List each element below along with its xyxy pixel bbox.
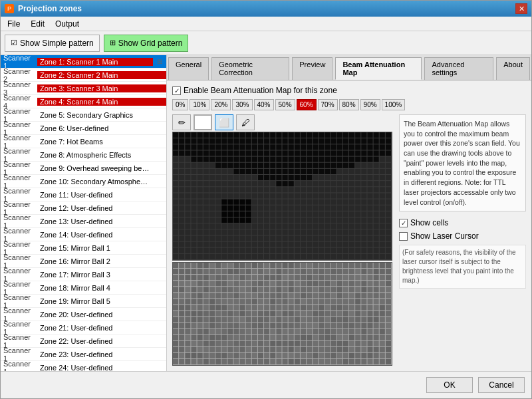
show-simple-button[interactable]: ☑ Show Simple pattern [5, 35, 100, 52]
tab-preview[interactable]: Preview [292, 57, 332, 80]
color-swatch[interactable] [194, 114, 212, 130]
info-text: The Beam Attenuation Map allows you to c… [399, 114, 526, 211]
zone-label: Zone 22: User-defined [37, 337, 166, 345]
right-panel: GeneralGeometric CorrectionPreviewBeam A… [167, 55, 531, 371]
enable-row: ✓ Enable Beam Attenuation Map for this z… [172, 86, 526, 95]
show-laser-checkbox[interactable] [399, 232, 408, 241]
menu-edit[interactable]: Edit [27, 18, 49, 30]
percent-button[interactable]: 70% [318, 99, 338, 110]
zone-label: Zone 16: Mirror Ball 2 [37, 257, 166, 265]
zone-label: Zone 12: User-defined [37, 204, 166, 212]
tab-content: ✓ Enable Beam Attenuation Map for this z… [167, 80, 531, 371]
zone-label: Zone 2: Scanner 2 Main [37, 71, 166, 79]
show-laser-row: Show Laser Cursor [399, 231, 526, 241]
ok-button[interactable]: OK [426, 377, 473, 393]
show-cells-row: ✓ Show cells [399, 218, 526, 227]
scanner-list: Scanner 1Zone 1: Scanner 1 Main⊞Scanner … [1, 55, 166, 371]
percent-button[interactable]: 50% [275, 99, 295, 110]
percent-button[interactable]: 80% [339, 99, 359, 110]
show-grid-button[interactable]: ⊞ Show Grid pattern [104, 35, 189, 52]
percent-button[interactable]: 20% [211, 99, 231, 110]
zone-label: Zone 11: User-defined [37, 191, 166, 199]
laser-info-text: (For safety reasons, the visibility of t… [399, 245, 526, 289]
zone-label: Zone 6: User-defined [37, 124, 166, 132]
zone-label: Zone 9: Overhead sweeping be… [37, 164, 166, 172]
zone-label: Zone 13: User-defined [37, 217, 166, 225]
cancel-button[interactable]: Cancel [478, 377, 525, 393]
menu-file[interactable]: File [3, 18, 24, 30]
tab-beam-attenuation-map[interactable]: Beam Attenuation Map [335, 57, 422, 80]
percent-button[interactable]: 30% [232, 99, 252, 110]
main-content: Scanner 1Zone 1: Scanner 1 Main⊞Scanner … [1, 55, 531, 371]
tabs-container: GeneralGeometric CorrectionPreviewBeam A… [167, 55, 531, 80]
canvas-top [173, 132, 392, 260]
zone-label: Zone 15: Mirror Ball 1 [37, 244, 166, 252]
zone-label: Zone 5: Secondary Graphics [37, 111, 166, 119]
zone-label: Zone 19: Mirror Ball 5 [37, 297, 166, 305]
zone-label: Zone 7: Hot Beams [37, 138, 166, 146]
right-sidebar: The Beam Attenuation Map allows you to c… [396, 114, 526, 366]
tab-geometric-correction[interactable]: Geometric Correction [211, 57, 289, 80]
toolbar: ☑ Show Simple pattern ⊞ Show Grid patter… [1, 31, 531, 55]
zone-grid-icon: ⊞ [153, 58, 166, 65]
canvas-bottom [173, 263, 392, 365]
percent-button[interactable]: 60% [297, 99, 317, 110]
grid-icon: ⊞ [110, 39, 116, 47]
zone-label: Zone 14: User-defined [37, 231, 166, 239]
left-panel: Scanner 1Zone 1: Scanner 1 Main⊞Scanner … [1, 55, 167, 371]
enable-checkbox[interactable]: ✓ [172, 86, 181, 95]
percent-button[interactable]: 10% [190, 99, 209, 110]
bottom-bar: OK Cancel [1, 371, 531, 398]
close-button[interactable]: ✕ [515, 3, 527, 14]
zone-label: Zone 17: Mirror Ball 3 [37, 271, 166, 279]
beam-map-top[interactable] [172, 132, 392, 261]
zone-label: Zone 10: Secondary Atmosphe… [37, 178, 166, 186]
zone-label: Zone 1: Scanner 1 Main [37, 58, 153, 66]
tab-about[interactable]: About [496, 57, 530, 80]
fill-tool[interactable]: ⬜ [215, 114, 233, 130]
show-cells-checkbox[interactable]: ✓ [399, 219, 408, 227]
window-title: Projection zones [18, 4, 82, 13]
zone-label: Zone 23: User-defined [37, 350, 166, 358]
map-canvas-container: ✏ ⬜ 🖊 [172, 114, 392, 366]
map-area: ✏ ⬜ 🖊 [172, 114, 526, 366]
scanner-row[interactable]: Scanner 1Zone 24: User-defined [1, 361, 166, 371]
percent-bar: 0%10%20%30%40%50%60%70%80%90%100% [172, 99, 526, 110]
zone-label: Zone 21: User-defined [37, 324, 166, 332]
tab-general[interactable]: General [168, 57, 209, 80]
percent-button[interactable]: 40% [254, 99, 274, 110]
menu-output[interactable]: Output [51, 18, 83, 30]
enable-checkbox-label[interactable]: ✓ Enable Beam Attenuation Map for this z… [172, 86, 337, 95]
scanner-number: Scanner 1 [1, 360, 37, 372]
pencil-tool[interactable]: ✏ [172, 114, 191, 130]
tab-advanced-settings[interactable]: Advanced settings [424, 57, 493, 80]
zone-label: Zone 20: User-defined [37, 311, 166, 319]
tools-row: ✏ ⬜ 🖊 [172, 114, 392, 130]
main-window: P Projection zones ✕ File Edit Output ☑ … [0, 0, 532, 399]
percent-button[interactable]: 100% [382, 99, 406, 110]
zone-label: Zone 24: User-defined [37, 364, 166, 372]
zone-label: Zone 3: Scanner 3 Main [37, 84, 166, 92]
zone-label: Zone 4: Scanner 4 Main [37, 98, 166, 106]
zone-label: Zone 18: Mirror Ball 4 [37, 284, 166, 292]
title-bar-left: P Projection zones [5, 4, 82, 13]
percent-button[interactable]: 0% [172, 99, 188, 110]
percent-button[interactable]: 90% [360, 99, 380, 110]
zone-label: Zone 8: Atmospheric Effects [37, 151, 166, 159]
eyedropper-tool[interactable]: 🖊 [236, 114, 255, 130]
beam-map-bottom[interactable] [172, 262, 392, 366]
simple-icon: ☑ [11, 39, 17, 47]
title-bar: P Projection zones ✕ [1, 1, 531, 17]
window-icon: P [5, 4, 14, 13]
menu-bar: File Edit Output [1, 17, 531, 31]
